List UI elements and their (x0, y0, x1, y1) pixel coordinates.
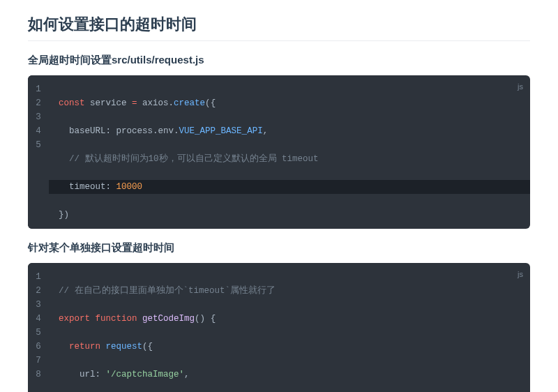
token-propkey: baseURL (69, 126, 106, 136)
token-keyword: return (69, 342, 100, 352)
token-propkey: timeout (69, 182, 106, 192)
token-space (100, 342, 106, 352)
token-punc: . (153, 126, 158, 136)
token-punc: ( (195, 314, 200, 324)
token-punc: { (148, 342, 153, 352)
line-number: 3 (28, 110, 49, 124)
token-punc: ) (200, 314, 206, 324)
token-punc: ( (142, 342, 148, 352)
line-gutter: 1 2 3 4 5 6 7 8 (28, 263, 49, 392)
token-indent (59, 182, 69, 192)
token-keyword: function (96, 314, 137, 324)
token-indent (59, 126, 69, 136)
line-number: 2 (28, 284, 49, 298)
code-block-single: js 1 2 3 4 5 6 7 8 // 在自己的接口里面单独加个`timeo… (28, 263, 530, 392)
token-space (85, 98, 91, 108)
line-number: 5 (28, 326, 49, 340)
token-space (205, 314, 211, 324)
token-func: create (174, 98, 205, 108)
line-number: 1 (28, 270, 49, 284)
code-content: // 在自己的接口里面单独加个`timeout`属性就行了 export fun… (49, 263, 530, 392)
code-block-global: js 1 2 3 4 5 const service = axios.creat… (28, 75, 530, 229)
token-punc: : (106, 182, 116, 192)
line-gutter: 1 2 3 4 5 (28, 75, 49, 229)
line-number: 3 (28, 298, 49, 312)
section-heading-single: 针对某个单独接口设置超时时间 (28, 241, 530, 255)
token-funcname: getCodeImg (142, 314, 195, 324)
line-number: 5 (28, 138, 49, 152)
token-punc: ) (64, 210, 70, 220)
line-number: 8 (28, 368, 49, 382)
lang-label: js (518, 267, 523, 281)
token-op: = (127, 98, 143, 108)
line-number: 6 (28, 340, 49, 354)
token-indent (59, 370, 80, 379)
token-punc: : (106, 126, 116, 136)
code-content: const service = axios.create({ baseURL: … (49, 75, 530, 229)
token-punc: : (96, 370, 106, 379)
token-punc: ( (205, 98, 211, 108)
token-comment: // 在自己的接口里面单独加个`timeout`属性就行了 (59, 286, 276, 296)
token-punc: , (184, 370, 190, 379)
token-indent (59, 154, 69, 164)
line-number: 4 (28, 124, 49, 138)
token-func: request (106, 342, 143, 352)
token-space (137, 314, 143, 324)
token-var: service (90, 98, 127, 108)
line-number: 2 (28, 96, 49, 110)
token-propkey: url (80, 370, 96, 379)
lang-label: js (518, 80, 523, 93)
section-heading-global: 全局超时时间设置src/utils/request.js (28, 54, 530, 67)
token-prop: VUE_APP_BASE_API (179, 126, 263, 136)
token-obj: process (116, 126, 153, 136)
token-indent (59, 342, 69, 352)
token-comment: // 默认超时时间为10秒，可以自己定义默认的全局 timeout (69, 154, 319, 164)
token-string: '/captchaImage' (106, 370, 185, 379)
token-space (90, 314, 96, 324)
token-obj: env (158, 126, 174, 136)
token-punc: . (174, 126, 179, 136)
page-title: 如何设置接口的超时时间 (28, 14, 530, 41)
token-punc: . (169, 98, 174, 108)
line-number: 7 (28, 354, 49, 368)
token-punc: , (263, 126, 269, 136)
token-punc: { (211, 98, 216, 108)
line-number: 1 (28, 82, 49, 96)
token-keyword: const (59, 98, 85, 108)
token-keyword: export (59, 314, 90, 324)
token-punc: } (59, 210, 64, 220)
token-number: 10000 (116, 182, 143, 192)
token-punc: { (211, 314, 216, 324)
token-obj: axios (142, 98, 169, 108)
line-number: 4 (28, 312, 49, 326)
